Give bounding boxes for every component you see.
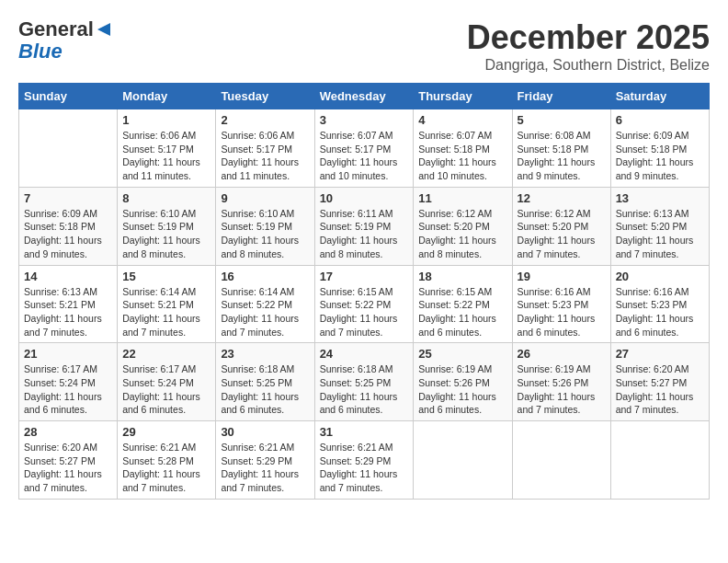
day-number: 27 [616,347,704,361]
calendar-day-cell: 6Sunrise: 6:09 AMSunset: 5:18 PMDaylight… [610,109,709,188]
day-number: 16 [221,270,309,283]
day-info: Sunrise: 6:18 AMSunset: 5:25 PMDaylight:… [221,362,309,417]
day-info: Sunrise: 6:12 AMSunset: 5:20 PMDaylight:… [518,207,606,261]
calendar-day-cell: 14Sunrise: 6:13 AMSunset: 5:21 PMDayligh… [19,265,118,343]
day-info: Sunrise: 6:12 AMSunset: 5:20 PMDaylight:… [418,207,506,261]
calendar-table: SundayMondayTuesdayWednesdayThursdayFrid… [18,83,710,500]
day-info: Sunrise: 6:17 AMSunset: 5:24 PMDaylight:… [24,362,112,417]
day-info: Sunrise: 6:07 AMSunset: 5:18 PMDaylight:… [418,129,506,183]
day-number: 11 [418,191,506,205]
day-number: 15 [122,270,210,283]
calendar-day-cell: 28Sunrise: 6:20 AMSunset: 5:27 PMDayligh… [19,421,118,500]
day-number: 23 [221,347,309,361]
day-info: Sunrise: 6:13 AMSunset: 5:21 PMDaylight:… [24,285,112,339]
day-number: 19 [518,270,606,283]
day-info: Sunrise: 6:09 AMSunset: 5:18 PMDaylight:… [24,207,112,261]
day-info: Sunrise: 6:16 AMSunset: 5:23 PMDaylight:… [518,285,606,339]
calendar-day-cell [610,421,709,500]
calendar-day-cell: 16Sunrise: 6:14 AMSunset: 5:22 PMDayligh… [216,265,314,343]
day-number: 14 [24,270,112,283]
day-info: Sunrise: 6:06 AMSunset: 5:17 PMDaylight:… [221,129,309,183]
day-info: Sunrise: 6:20 AMSunset: 5:27 PMDaylight:… [616,362,704,417]
calendar-day-cell: 12Sunrise: 6:12 AMSunset: 5:20 PMDayligh… [512,187,610,265]
day-info: Sunrise: 6:21 AMSunset: 5:29 PMDaylight:… [221,441,309,495]
day-of-week-header: Monday [118,84,216,109]
title-section: December 2025 Dangriga, Southern Distric… [467,18,710,74]
day-number: 9 [221,191,309,205]
day-of-week-header: Sunday [19,84,118,109]
day-info: Sunrise: 6:09 AMSunset: 5:18 PMDaylight:… [616,129,704,183]
logo-general: General [18,18,94,40]
day-number: 13 [616,191,704,205]
calendar-day-cell: 8Sunrise: 6:10 AMSunset: 5:19 PMDaylight… [118,187,216,265]
calendar-day-cell: 1Sunrise: 6:06 AMSunset: 5:17 PMDaylight… [118,109,216,188]
calendar-day-cell: 13Sunrise: 6:13 AMSunset: 5:20 PMDayligh… [610,187,709,265]
day-info: Sunrise: 6:18 AMSunset: 5:25 PMDaylight:… [320,362,409,417]
calendar-day-cell: 5Sunrise: 6:08 AMSunset: 5:18 PMDaylight… [512,109,610,188]
calendar-day-cell: 20Sunrise: 6:16 AMSunset: 5:23 PMDayligh… [610,265,709,343]
day-info: Sunrise: 6:10 AMSunset: 5:19 PMDaylight:… [122,207,210,261]
day-of-week-header: Saturday [610,84,709,109]
calendar-week-row: 21Sunrise: 6:17 AMSunset: 5:24 PMDayligh… [19,343,710,421]
day-info: Sunrise: 6:15 AMSunset: 5:22 PMDaylight:… [418,285,506,339]
day-of-week-header: Tuesday [216,84,314,109]
calendar-day-cell [414,421,512,500]
day-number: 10 [320,191,409,205]
calendar-day-cell: 17Sunrise: 6:15 AMSunset: 5:22 PMDayligh… [314,265,414,343]
calendar-week-row: 7Sunrise: 6:09 AMSunset: 5:18 PMDaylight… [19,187,710,265]
day-info: Sunrise: 6:10 AMSunset: 5:19 PMDaylight:… [221,207,309,261]
day-number: 29 [122,425,210,439]
calendar-day-cell: 11Sunrise: 6:12 AMSunset: 5:20 PMDayligh… [414,187,512,265]
calendar-day-cell: 22Sunrise: 6:17 AMSunset: 5:24 PMDayligh… [118,343,216,421]
logo: General Blue [18,18,112,63]
calendar-week-row: 28Sunrise: 6:20 AMSunset: 5:27 PMDayligh… [19,421,710,500]
day-info: Sunrise: 6:19 AMSunset: 5:26 PMDaylight:… [518,362,606,417]
day-info: Sunrise: 6:21 AMSunset: 5:28 PMDaylight:… [122,441,210,495]
page-header: General Blue December 2025 Dangriga, Sou… [18,18,710,74]
calendar-day-cell: 23Sunrise: 6:18 AMSunset: 5:25 PMDayligh… [216,343,314,421]
calendar-day-cell: 4Sunrise: 6:07 AMSunset: 5:18 PMDaylight… [414,109,512,188]
month-title: December 2025 [467,18,710,57]
calendar-day-cell: 15Sunrise: 6:14 AMSunset: 5:21 PMDayligh… [118,265,216,343]
calendar-day-cell: 10Sunrise: 6:11 AMSunset: 5:19 PMDayligh… [314,187,414,265]
calendar-day-cell: 26Sunrise: 6:19 AMSunset: 5:26 PMDayligh… [512,343,610,421]
day-number: 25 [418,347,506,361]
svg-marker-0 [97,23,110,36]
day-number: 12 [518,191,606,205]
location-title: Dangriga, Southern District, Belize [467,57,710,74]
day-of-week-header: Friday [512,84,610,109]
day-number: 7 [24,191,112,205]
logo-blue: Blue [18,40,63,63]
day-number: 18 [418,270,506,283]
day-info: Sunrise: 6:20 AMSunset: 5:27 PMDaylight:… [24,441,112,495]
day-info: Sunrise: 6:07 AMSunset: 5:17 PMDaylight:… [320,129,409,183]
calendar-header-row: SundayMondayTuesdayWednesdayThursdayFrid… [19,84,710,109]
day-info: Sunrise: 6:15 AMSunset: 5:22 PMDaylight:… [320,285,409,339]
day-number: 4 [418,113,506,127]
day-info: Sunrise: 6:13 AMSunset: 5:20 PMDaylight:… [616,207,704,261]
day-info: Sunrise: 6:19 AMSunset: 5:26 PMDaylight:… [418,362,506,417]
day-number: 20 [616,270,704,283]
calendar-day-cell: 29Sunrise: 6:21 AMSunset: 5:28 PMDayligh… [118,421,216,500]
logo-arrow-icon [96,23,112,36]
day-number: 26 [518,347,606,361]
calendar-week-row: 14Sunrise: 6:13 AMSunset: 5:21 PMDayligh… [19,265,710,343]
calendar-day-cell: 31Sunrise: 6:21 AMSunset: 5:29 PMDayligh… [314,421,414,500]
day-number: 17 [320,270,409,283]
calendar-day-cell: 24Sunrise: 6:18 AMSunset: 5:25 PMDayligh… [314,343,414,421]
calendar-day-cell: 9Sunrise: 6:10 AMSunset: 5:19 PMDaylight… [216,187,314,265]
day-number: 30 [221,425,309,439]
day-of-week-header: Wednesday [314,84,414,109]
day-of-week-header: Thursday [414,84,512,109]
calendar-day-cell: 3Sunrise: 6:07 AMSunset: 5:17 PMDaylight… [314,109,414,188]
day-info: Sunrise: 6:21 AMSunset: 5:29 PMDaylight:… [320,441,409,495]
day-info: Sunrise: 6:14 AMSunset: 5:22 PMDaylight:… [221,285,309,339]
day-number: 8 [122,191,210,205]
calendar-day-cell: 25Sunrise: 6:19 AMSunset: 5:26 PMDayligh… [414,343,512,421]
day-number: 1 [122,113,210,127]
day-info: Sunrise: 6:08 AMSunset: 5:18 PMDaylight:… [518,129,606,183]
calendar-day-cell: 30Sunrise: 6:21 AMSunset: 5:29 PMDayligh… [216,421,314,500]
day-number: 31 [320,425,409,439]
calendar-day-cell: 21Sunrise: 6:17 AMSunset: 5:24 PMDayligh… [19,343,118,421]
day-number: 6 [616,113,704,127]
